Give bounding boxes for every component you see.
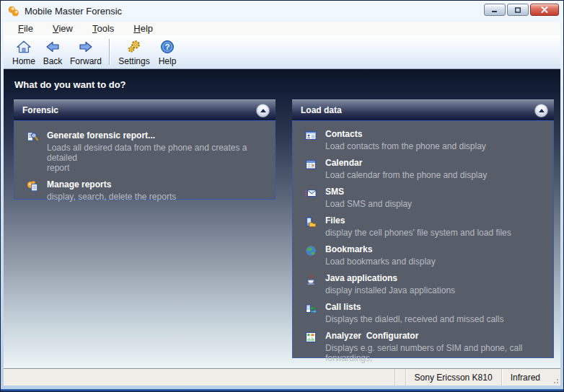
back-arrow-icon xyxy=(45,39,61,55)
forensic-panel-header: Forensic xyxy=(14,99,276,120)
resize-grip[interactable] xyxy=(549,369,560,386)
collapse-arrow-icon[interactable] xyxy=(256,104,270,117)
forensic-panel: Forensic Generate forensic report... Loa… xyxy=(14,99,276,358)
settings-label: Settings xyxy=(118,56,149,66)
page-title: What do you want to do? xyxy=(4,69,560,90)
resize-grip-icon xyxy=(552,377,559,384)
home-button[interactable]: Home xyxy=(9,35,38,68)
item-description: display, search, delete the reports xyxy=(47,192,176,202)
forward-button[interactable]: Forward xyxy=(67,35,105,68)
contacts-item[interactable]: Contacts Load contacts from the phone an… xyxy=(305,129,546,151)
help-icon: ? xyxy=(159,39,175,55)
forward-arrow-icon xyxy=(78,39,94,55)
analyzer-configurator-item[interactable]: Analyzer Configurator Displays e.g. seri… xyxy=(305,331,546,373)
help-button[interactable]: ? Help xyxy=(153,35,182,68)
maximize-button[interactable] xyxy=(507,4,529,16)
window-controls xyxy=(484,4,559,16)
status-bar: Sony Ericsson K810 Infrared xyxy=(4,368,560,386)
item-title: Generate forensic report... xyxy=(47,130,268,141)
toolbar: Home Back Forward Settings ? Help xyxy=(4,35,560,69)
load-data-panel-title: Load data xyxy=(301,105,534,115)
app-window: Mobile Master Forensic File View Tools H… xyxy=(0,0,564,392)
toolbar-separator xyxy=(109,39,110,65)
window-bottom-edge xyxy=(1,389,563,391)
menu-file[interactable]: File xyxy=(18,23,33,34)
item-title: Manage reports xyxy=(47,179,176,190)
item-title: SMS xyxy=(325,187,412,197)
report-magnifier-icon xyxy=(27,131,38,143)
minimize-button[interactable] xyxy=(484,4,506,16)
svg-text:?: ? xyxy=(164,43,169,51)
manage-reports-item[interactable]: Manage reports display, search, delete t… xyxy=(27,179,268,202)
panel-row: Forensic Generate forensic report... Loa… xyxy=(4,99,560,358)
forward-label: Forward xyxy=(70,56,102,66)
item-title: Call lists xyxy=(325,302,503,313)
home-icon xyxy=(16,39,32,55)
item-description: Displays the dialedl, received and misse… xyxy=(325,314,503,324)
bookmarks-item[interactable]: Bookmarks Load bookmarks and display xyxy=(305,244,546,267)
analyzer-chart-icon xyxy=(305,331,317,343)
main-content: What do you want to do? Forensic Generat… xyxy=(4,69,560,370)
forensic-panel-body: Generate forensic report... Loads all de… xyxy=(14,120,276,200)
item-title: Calendar xyxy=(325,158,487,169)
manage-reports-icon xyxy=(27,180,38,192)
menu-tools[interactable]: Tools xyxy=(92,23,114,34)
files-item[interactable]: Files display the cell phones' file syst… xyxy=(305,215,546,238)
status-connection: Infrared xyxy=(502,373,549,383)
load-data-panel-header: Load data xyxy=(292,99,554,120)
menu-view[interactable]: View xyxy=(53,23,73,34)
item-description: Load contacts from the phone and display xyxy=(325,141,486,151)
load-data-panel: Load data Contacts Load contacts from th… xyxy=(292,99,554,358)
back-button[interactable]: Back xyxy=(38,35,67,68)
menu-help[interactable]: Help xyxy=(133,23,153,34)
item-description: Load bookmarks and display xyxy=(325,257,436,267)
item-description: display the cell phones' file system and… xyxy=(325,228,511,238)
call-lists-icon xyxy=(305,303,317,314)
collapse-arrow-icon[interactable] xyxy=(534,104,548,117)
item-title: Contacts xyxy=(325,129,486,140)
item-description: Load calendar from the phone and display xyxy=(325,170,487,180)
calendar-icon xyxy=(305,159,317,170)
sms-item[interactable]: SMS Load SMS and display xyxy=(305,187,546,209)
menu-bar: File View Tools Help xyxy=(4,22,560,35)
item-description: Loads all desired data from the phone an… xyxy=(47,143,268,173)
settings-button[interactable]: Settings xyxy=(115,35,153,68)
java-cup-icon xyxy=(305,274,317,285)
title-bar: Mobile Master Forensic xyxy=(1,1,563,22)
bookmarks-globe-icon xyxy=(305,245,317,257)
maximize-icon xyxy=(514,7,521,13)
back-label: Back xyxy=(43,56,63,66)
item-title: Analyzer Configurator xyxy=(325,331,546,342)
sms-envelope-icon xyxy=(305,187,317,199)
item-title: Files xyxy=(325,215,511,226)
files-phone-folder-icon xyxy=(305,216,317,228)
call-lists-item[interactable]: Call lists Displays the dialedl, receive… xyxy=(305,302,546,324)
status-separator xyxy=(395,369,395,386)
close-icon xyxy=(540,6,549,13)
forensic-panel-title: Forensic xyxy=(22,105,256,115)
calendar-item[interactable]: Calendar Load calendar from the phone an… xyxy=(305,158,546,180)
help-label: Help xyxy=(159,56,177,66)
java-applications-item[interactable]: Java applications display installed Java… xyxy=(305,273,546,295)
item-description: display installed Java applications xyxy=(325,285,455,295)
close-button[interactable] xyxy=(530,4,559,16)
gears-icon xyxy=(126,39,142,55)
item-description: Load SMS and display xyxy=(325,199,412,209)
load-data-panel-body: Contacts Load contacts from the phone an… xyxy=(292,120,554,358)
home-label: Home xyxy=(12,56,35,66)
item-title: Bookmarks xyxy=(325,244,436,255)
window-title: Mobile Master Forensic xyxy=(25,6,122,17)
generate-forensic-report-item[interactable]: Generate forensic report... Loads all de… xyxy=(27,130,268,173)
contacts-icon xyxy=(305,130,317,141)
status-device: Sony Ericsson K810 xyxy=(406,373,501,383)
minimize-icon xyxy=(491,7,498,13)
app-logo-icon xyxy=(7,5,19,17)
item-title: Java applications xyxy=(325,273,455,284)
